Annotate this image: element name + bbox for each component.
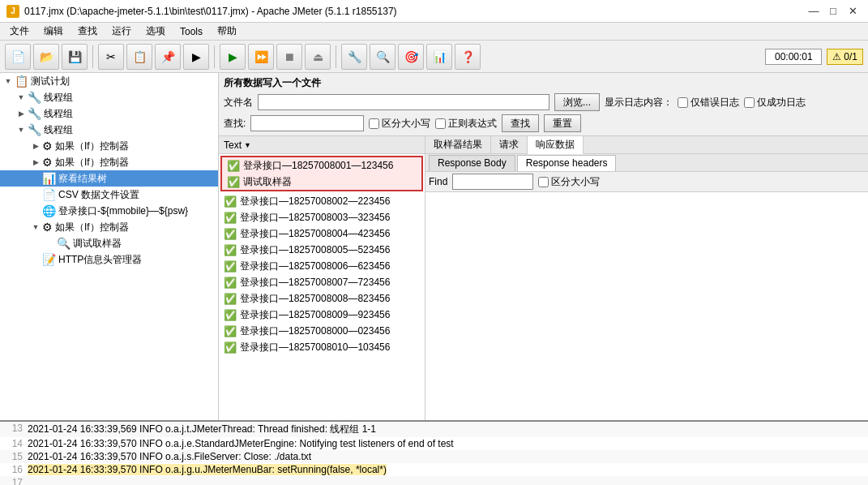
- result-icon-4: ✅: [224, 212, 237, 224]
- tab-request[interactable]: 请求: [491, 136, 528, 154]
- tree-node-test-plan[interactable]: ▼ 📋 测试计划: [0, 73, 218, 89]
- result-icon-5: ✅: [224, 228, 237, 240]
- tree-node-debug-sampler[interactable]: 🔍 调试取样器: [0, 235, 218, 251]
- expand-http-header[interactable]: [29, 253, 42, 266]
- tree-node-login-sampler[interactable]: 🌐 登录接口-${mmobile}—${psw}: [0, 203, 218, 219]
- cut-button[interactable]: ✂: [98, 44, 124, 70]
- expand-icon-main[interactable]: ▼: [15, 123, 28, 136]
- warning-icon: ⚠: [832, 51, 841, 62]
- menu-tools[interactable]: Tools: [173, 24, 209, 39]
- tree-node-view-results[interactable]: 📊 察看结果树: [0, 170, 218, 187]
- detail-case-checkbox[interactable]: [538, 177, 549, 187]
- result-item-11[interactable]: ✅ 登录接口—18257008000—023456: [219, 323, 425, 339]
- log-num-13: 13: [5, 423, 23, 436]
- result-item-3[interactable]: ✅ 登录接口—18257008002—223456: [219, 193, 425, 209]
- result-item-10[interactable]: ✅ 登录接口—18257008009—923456: [219, 307, 425, 323]
- filename-input[interactable]: [258, 94, 549, 110]
- log-line-16: 16 2021-01-24 16:33:39,570 INFO o.a.j.g.…: [0, 463, 868, 476]
- help-button[interactable]: ❓: [455, 44, 481, 70]
- tree-node-if-ctrl-1[interactable]: ▶ ⚙ 如果（If）控制器: [0, 138, 218, 154]
- menu-run[interactable]: 运行: [105, 23, 138, 40]
- result-item-1[interactable]: ✅ 登录接口—18257008001—123456: [222, 157, 421, 174]
- result-item-4[interactable]: ✅ 登录接口—18257008003—323456: [219, 209, 425, 225]
- reset-button[interactable]: 重置: [544, 114, 581, 132]
- template-button[interactable]: 📊: [426, 44, 452, 70]
- expand-debug[interactable]: [44, 237, 57, 250]
- clear-button[interactable]: 🔧: [341, 44, 367, 70]
- sub-tab-response-body[interactable]: Response Body: [429, 155, 515, 171]
- if-ctrl-2-icon: ⚙: [42, 156, 53, 169]
- find-button[interactable]: 查找: [502, 114, 539, 132]
- save-button[interactable]: 💾: [62, 44, 88, 70]
- shutdown-button[interactable]: ⏏: [305, 44, 331, 70]
- expand-login[interactable]: [29, 204, 42, 217]
- close-button[interactable]: ✕: [844, 3, 862, 19]
- detail-find-input[interactable]: [452, 174, 533, 190]
- log-num-16: 16: [5, 464, 23, 475]
- open-button[interactable]: 📂: [33, 44, 59, 70]
- error-log-checkbox[interactable]: [678, 97, 688, 108]
- title-bar: J 0117.jmx (D:\apache-jmeter-5.1.1\bin\t…: [0, 0, 868, 23]
- stop-button[interactable]: ⏹: [276, 44, 302, 70]
- expand-if-2[interactable]: ▶: [29, 156, 42, 169]
- menu-options[interactable]: 选项: [139, 23, 172, 40]
- result-item-6[interactable]: ✅ 登录接口—18257008005—523456: [219, 242, 425, 258]
- search-input[interactable]: [250, 115, 364, 131]
- start-button[interactable]: ▶: [220, 44, 246, 70]
- detail-body[interactable]: [425, 192, 868, 420]
- sub-tab-response-headers[interactable]: Response headers: [517, 155, 617, 171]
- menu-file[interactable]: 文件: [3, 23, 36, 40]
- expand-icon[interactable]: ▼: [2, 75, 15, 88]
- result-icon-3: ✅: [224, 195, 237, 208]
- tab-response-data[interactable]: 响应数据: [528, 136, 584, 154]
- copy-button[interactable]: 📋: [126, 44, 152, 70]
- result-item-8[interactable]: ✅ 登录接口—18257008007—723456: [219, 274, 425, 290]
- tree-node-http-header[interactable]: 📝 HTTP信息头管理器: [0, 251, 218, 268]
- tab-sampler-result[interactable]: 取样器结果: [425, 136, 491, 154]
- result-item-7[interactable]: ✅ 登录接口—18257008006—623456: [219, 258, 425, 274]
- menu-find[interactable]: 查找: [71, 23, 104, 40]
- file-section-title: 所有数据写入一个文件: [224, 76, 863, 90]
- expand-icon-2[interactable]: ▶: [15, 107, 28, 120]
- tree-node-thread-group-2[interactable]: ▶ 🔧 线程组: [0, 105, 218, 122]
- browse-button[interactable]: 浏览...: [554, 93, 600, 111]
- start-no-pause[interactable]: ⏩: [248, 44, 274, 70]
- expand-icon[interactable]: ▼: [15, 91, 28, 104]
- expand-if-1[interactable]: ▶: [29, 139, 42, 152]
- function-button[interactable]: 🎯: [398, 44, 424, 70]
- menu-edit[interactable]: 编辑: [37, 23, 70, 40]
- minimize-button[interactable]: —: [805, 3, 823, 19]
- regex-checkbox[interactable]: [435, 118, 446, 129]
- expand-if-3[interactable]: ▼: [29, 221, 42, 234]
- tree-node-if-ctrl-3[interactable]: ▼ ⚙ 如果（If）控制器: [0, 219, 218, 235]
- tree-label-test-plan: 测试计划: [31, 75, 70, 88]
- thread-group-1-icon: 🔧: [28, 91, 41, 104]
- sort-arrow: ▼: [244, 141, 251, 149]
- tree-node-thread-group-main[interactable]: ▼ 🔧 线程组: [0, 122, 218, 138]
- expand-view[interactable]: [29, 172, 42, 185]
- http-header-icon: 📝: [42, 253, 56, 266]
- expand-csv[interactable]: [29, 188, 42, 201]
- success-log-checkbox[interactable]: [744, 97, 755, 108]
- results-list-body[interactable]: ✅ 登录接口—18257008001—123456 ✅ 调试取样器 ✅ 登录接口…: [219, 154, 425, 420]
- result-item-2[interactable]: ✅ 调试取样器: [222, 174, 421, 190]
- result-item-9[interactable]: ✅ 登录接口—18257008008—823456: [219, 290, 425, 307]
- tree-node-thread-group-1[interactable]: ▼ 🔧 线程组: [0, 89, 218, 105]
- expand-button[interactable]: ▶: [183, 44, 209, 70]
- paste-button[interactable]: 📌: [155, 44, 181, 70]
- tree-label-if-ctrl-2: 如果（If）控制器: [55, 156, 129, 170]
- result-item-12[interactable]: ✅ 登录接口—18257008010—103456: [219, 339, 425, 355]
- result-item-5[interactable]: ✅ 登录接口—18257008004—423456: [219, 225, 425, 242]
- search-button[interactable]: 🔍: [370, 44, 396, 70]
- tree-node-csv-data[interactable]: 📄 CSV 数据文件设置: [0, 187, 218, 203]
- results-list-header: Text ▼: [219, 136, 425, 154]
- menu-help[interactable]: 帮助: [211, 23, 243, 40]
- tree-node-if-ctrl-2[interactable]: ▶ ⚙ 如果（If）控制器: [0, 154, 218, 170]
- case-sensitive-checkbox[interactable]: [369, 118, 379, 129]
- new-button[interactable]: 📄: [5, 44, 31, 70]
- warning-badge: ⚠ 0/1: [827, 49, 863, 65]
- maximize-button[interactable]: □: [824, 3, 842, 19]
- detail-case-label: 区分大小写: [538, 175, 600, 189]
- log-area[interactable]: 13 2021-01-24 16:33:39,569 INFO o.a.j.t.…: [0, 420, 868, 485]
- result-text-3: 登录接口—18257008002—223456: [240, 195, 390, 208]
